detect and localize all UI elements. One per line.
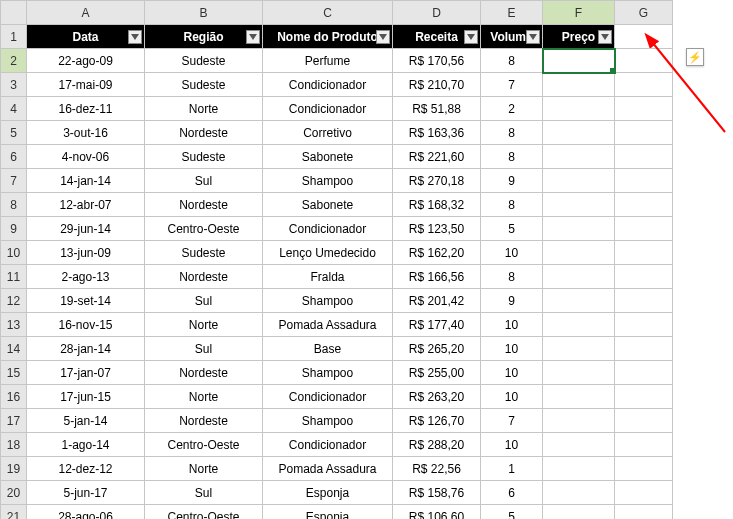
cell-C17[interactable]: Shampoo: [263, 409, 393, 433]
header-cell-D[interactable]: Receita: [393, 25, 481, 49]
cell-D13[interactable]: R$ 177,40: [393, 313, 481, 337]
cell-D9[interactable]: R$ 123,50: [393, 217, 481, 241]
cell-G5[interactable]: [615, 121, 673, 145]
cell-C15[interactable]: Shampoo: [263, 361, 393, 385]
cell-G19[interactable]: [615, 457, 673, 481]
cell-A11[interactable]: 2-ago-13: [27, 265, 145, 289]
cell-D21[interactable]: R$ 106,60: [393, 505, 481, 520]
cell-E3[interactable]: 7: [481, 73, 543, 97]
cell-B7[interactable]: Sul: [145, 169, 263, 193]
cell-E6[interactable]: 8: [481, 145, 543, 169]
cell-F10[interactable]: [543, 241, 615, 265]
cell-B16[interactable]: Norte: [145, 385, 263, 409]
cell-C5[interactable]: Corretivo: [263, 121, 393, 145]
header-cell-F[interactable]: Preço: [543, 25, 615, 49]
column-header-E[interactable]: E: [481, 1, 543, 25]
cell-G12[interactable]: [615, 289, 673, 313]
cell-E17[interactable]: 7: [481, 409, 543, 433]
cell-F8[interactable]: [543, 193, 615, 217]
cell-G6[interactable]: [615, 145, 673, 169]
cell-E8[interactable]: 8: [481, 193, 543, 217]
cell-G2[interactable]: [615, 49, 673, 73]
cell-D2[interactable]: R$ 170,56: [393, 49, 481, 73]
cell-F20[interactable]: [543, 481, 615, 505]
cell-B15[interactable]: Nordeste: [145, 361, 263, 385]
cell-C20[interactable]: Esponja: [263, 481, 393, 505]
cell-F18[interactable]: [543, 433, 615, 457]
cell-E14[interactable]: 10: [481, 337, 543, 361]
cell-F5[interactable]: [543, 121, 615, 145]
cell-E10[interactable]: 10: [481, 241, 543, 265]
row-header-1[interactable]: 1: [1, 25, 27, 49]
cell-F13[interactable]: [543, 313, 615, 337]
cell-A18[interactable]: 1-ago-14: [27, 433, 145, 457]
cell-D4[interactable]: R$ 51,88: [393, 97, 481, 121]
cell-B11[interactable]: Nordeste: [145, 265, 263, 289]
cell-A15[interactable]: 17-jan-07: [27, 361, 145, 385]
cell-B2[interactable]: Sudeste: [145, 49, 263, 73]
row-header-11[interactable]: 11: [1, 265, 27, 289]
cell-A6[interactable]: 4-nov-06: [27, 145, 145, 169]
column-header-B[interactable]: B: [145, 1, 263, 25]
cell-D12[interactable]: R$ 201,42: [393, 289, 481, 313]
cell-B3[interactable]: Sudeste: [145, 73, 263, 97]
row-header-3[interactable]: 3: [1, 73, 27, 97]
cell-A10[interactable]: 13-jun-09: [27, 241, 145, 265]
row-header-17[interactable]: 17: [1, 409, 27, 433]
cell-D18[interactable]: R$ 288,20: [393, 433, 481, 457]
cell-F14[interactable]: [543, 337, 615, 361]
cell-E15[interactable]: 10: [481, 361, 543, 385]
cell-G13[interactable]: [615, 313, 673, 337]
cell-C11[interactable]: Fralda: [263, 265, 393, 289]
cell-A17[interactable]: 5-jan-14: [27, 409, 145, 433]
cell-D6[interactable]: R$ 221,60: [393, 145, 481, 169]
cell-D15[interactable]: R$ 255,00: [393, 361, 481, 385]
cell-A2[interactable]: 22-ago-09: [27, 49, 145, 73]
cell-F9[interactable]: [543, 217, 615, 241]
cell-C21[interactable]: Esponja: [263, 505, 393, 520]
cell-F12[interactable]: [543, 289, 615, 313]
cell-F11[interactable]: [543, 265, 615, 289]
spreadsheet-grid[interactable]: ABCDEFG 1DataRegiãoNome do ProdutoReceit…: [0, 0, 673, 519]
header-cell-C[interactable]: Nome do Produto: [263, 25, 393, 49]
cell-D10[interactable]: R$ 162,20: [393, 241, 481, 265]
cell-E9[interactable]: 5: [481, 217, 543, 241]
cell-A4[interactable]: 16-dez-11: [27, 97, 145, 121]
cell-F21[interactable]: [543, 505, 615, 520]
row-header-2[interactable]: 2: [1, 49, 27, 73]
row-header-8[interactable]: 8: [1, 193, 27, 217]
cell-G11[interactable]: [615, 265, 673, 289]
column-header-G[interactable]: G: [615, 1, 673, 25]
cell-C4[interactable]: Condicionador: [263, 97, 393, 121]
cell-G14[interactable]: [615, 337, 673, 361]
filter-dropdown-icon[interactable]: [376, 30, 390, 44]
filter-dropdown-icon[interactable]: [464, 30, 478, 44]
row-header-6[interactable]: 6: [1, 145, 27, 169]
cell-G10[interactable]: [615, 241, 673, 265]
select-all-corner[interactable]: [1, 1, 27, 25]
column-header-D[interactable]: D: [393, 1, 481, 25]
cell-B19[interactable]: Norte: [145, 457, 263, 481]
cell-A13[interactable]: 16-nov-15: [27, 313, 145, 337]
cell-E19[interactable]: 1: [481, 457, 543, 481]
cell-A12[interactable]: 19-set-14: [27, 289, 145, 313]
cell-D7[interactable]: R$ 270,18: [393, 169, 481, 193]
cell-B4[interactable]: Norte: [145, 97, 263, 121]
filter-dropdown-icon[interactable]: [128, 30, 142, 44]
cell-D20[interactable]: R$ 158,76: [393, 481, 481, 505]
cell-A3[interactable]: 17-mai-09: [27, 73, 145, 97]
cell-G7[interactable]: [615, 169, 673, 193]
cell-G17[interactable]: [615, 409, 673, 433]
cell-E5[interactable]: 8: [481, 121, 543, 145]
cell-D17[interactable]: R$ 126,70: [393, 409, 481, 433]
cell-B14[interactable]: Sul: [145, 337, 263, 361]
cell-D16[interactable]: R$ 263,20: [393, 385, 481, 409]
cell-C12[interactable]: Shampoo: [263, 289, 393, 313]
cell-A9[interactable]: 29-jun-14: [27, 217, 145, 241]
cell-F3[interactable]: [543, 73, 615, 97]
cell-C19[interactable]: Pomada Assadura: [263, 457, 393, 481]
cell-G4[interactable]: [615, 97, 673, 121]
cell-G20[interactable]: [615, 481, 673, 505]
cell-A19[interactable]: 12-dez-12: [27, 457, 145, 481]
cell-A5[interactable]: 3-out-16: [27, 121, 145, 145]
